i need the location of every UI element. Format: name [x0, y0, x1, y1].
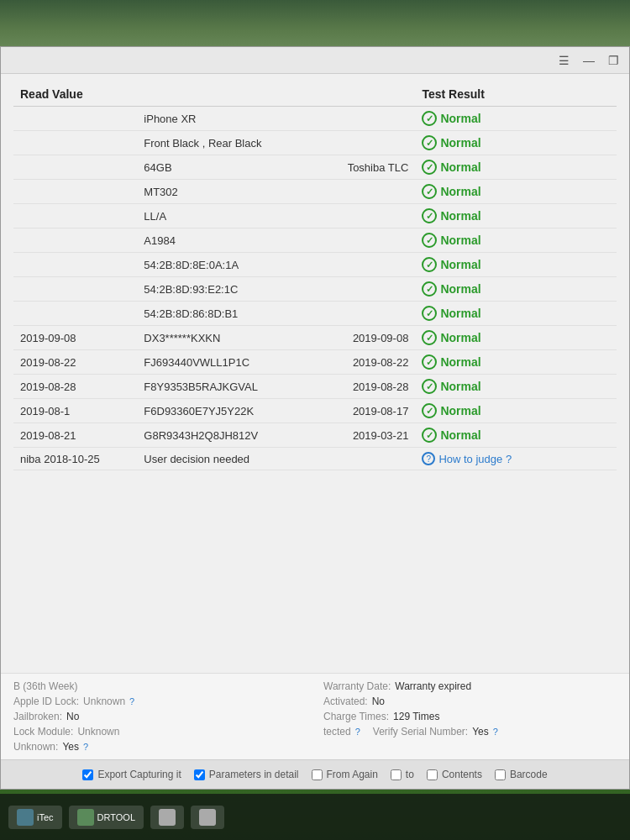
minimize-button[interactable]: — [580, 52, 598, 69]
normal-result: ✓Normal [422, 379, 610, 394]
barcode-checkbox[interactable] [495, 769, 506, 780]
week-label: B (36th Week) [13, 680, 77, 692]
normal-text: Normal [440, 112, 480, 125]
row-storage [316, 253, 415, 277]
row-date [13, 131, 137, 155]
check-icon: ✓ [422, 379, 437, 394]
yes-value: Yes [62, 741, 79, 753]
table-row: 2019-09-08DX3******KXKN2019-09-08✓Normal [13, 326, 617, 350]
protected-question-icon[interactable]: ? [355, 727, 360, 737]
itec-label: iTec [37, 812, 54, 822]
contents-checkbox[interactable] [427, 769, 438, 780]
check-icon: ✓ [422, 257, 437, 272]
check-icon: ✓ [422, 233, 437, 248]
toolbar-barcode[interactable]: Barcode [495, 769, 548, 780]
normal-text: Normal [440, 428, 480, 442]
verify-question-icon[interactable]: ? [493, 727, 498, 737]
activated-label: Activated: [323, 696, 368, 707]
to-checkbox[interactable] [391, 769, 402, 780]
toolbar-to[interactable]: to [391, 769, 414, 780]
row-date: 2019-08-1 [13, 399, 137, 423]
warranty-label: Warranty Date: [323, 680, 391, 692]
row-result: ✓Normal [415, 107, 617, 131]
row-date [13, 302, 137, 326]
apple-id-question-icon[interactable]: ? [129, 696, 134, 706]
judge-text: How to judge ? [438, 453, 512, 465]
export-checkbox[interactable] [82, 769, 93, 780]
normal-text: Normal [440, 404, 480, 417]
table-row: 54:2B:8D:86:8D:B1✓Normal [13, 302, 617, 326]
parameters-checkbox[interactable] [194, 769, 205, 780]
from-again-checkbox[interactable] [312, 769, 323, 780]
row-read-value: 54:2B:8D:86:8D:B1 [137, 302, 316, 326]
row-read-value: Front Black , Rear Black [137, 131, 316, 155]
row-result: ✓Normal [415, 302, 617, 326]
row-result: ✓Normal [415, 253, 617, 277]
taskbar-item4[interactable] [191, 806, 224, 829]
taskbar-item3[interactable] [150, 806, 184, 829]
toolbar-from-again[interactable]: From Again [312, 769, 378, 780]
check-icon: ✓ [422, 306, 437, 321]
to-label: to [406, 769, 414, 780]
row-storage [316, 131, 415, 155]
jailbroken-label: Jailbroken: [13, 711, 62, 722]
row-read-value: 64GB [137, 155, 316, 180]
normal-result: ✓Normal [422, 184, 610, 199]
row-storage [316, 228, 415, 253]
row-storage [316, 302, 415, 326]
normal-text: Normal [440, 282, 480, 296]
taskbar-itec[interactable]: iTec [8, 806, 62, 829]
normal-text: Normal [440, 331, 480, 344]
row-date: 2019-08-22 [13, 350, 137, 375]
yes-question-icon[interactable]: ? [83, 742, 88, 752]
check-icon: ✓ [422, 111, 437, 126]
row-date: 2019-08-21 [13, 423, 137, 448]
judge-result[interactable]: ?How to judge ? [422, 452, 610, 465]
check-icon: ✓ [422, 354, 437, 370]
row-storage [316, 107, 415, 131]
row-read-value: LL/A [137, 204, 316, 228]
toolbar-contents[interactable]: Contents [427, 769, 482, 780]
row-storage: Toshiba TLC [316, 155, 415, 180]
item4-icon [199, 809, 216, 826]
row-date [13, 204, 137, 228]
check-icon: ✓ [422, 184, 437, 199]
row-date [13, 180, 137, 204]
row-result: ✓Normal [415, 204, 617, 228]
normal-result: ✓Normal [422, 111, 610, 126]
normal-result: ✓Normal [422, 135, 610, 150]
check-icon: ✓ [422, 330, 437, 345]
row-result: ✓Normal [415, 180, 617, 204]
row-storage [316, 448, 415, 470]
normal-text: Normal [440, 380, 480, 393]
toolbar-export[interactable]: Export Capturing it [82, 769, 181, 780]
row-storage: 2019-08-17 [316, 399, 415, 423]
charge-times-value: 129 Times [393, 711, 439, 722]
check-icon: ✓ [422, 135, 437, 150]
check-icon: ✓ [422, 281, 437, 297]
read-value-header: Read Value [13, 82, 415, 107]
check-icon: ✓ [422, 160, 437, 175]
test-result-header: Test Result [415, 82, 617, 107]
menu-button[interactable]: ☰ [555, 52, 573, 69]
bottom-info-section: B (36th Week) Warranty Date: Warranty ex… [1, 673, 629, 759]
toolbar-parameters[interactable]: Parameters in detail [194, 769, 299, 780]
row-read-value: A1984 [137, 228, 316, 253]
row-read-value: G8R9343H2Q8JH812V [137, 423, 316, 448]
apple-id-value: Unknown [83, 696, 125, 707]
row-storage [316, 204, 415, 228]
restore-button[interactable]: ❐ [605, 52, 622, 69]
normal-text: Normal [440, 234, 480, 247]
normal-text: Normal [440, 307, 480, 320]
from-again-label: From Again [327, 769, 378, 780]
taskbar-drtool[interactable]: DRTOOL [69, 806, 144, 829]
row-read-value: FJ693440VWLL1P1C [137, 350, 316, 375]
row-read-value: User decision needed [137, 448, 316, 470]
normal-result: ✓Normal [422, 257, 610, 272]
row-date: 2019-08-28 [13, 375, 137, 399]
row-date: niba 2018-10-25 [13, 448, 137, 470]
check-icon: ✓ [422, 428, 437, 443]
question-icon: ? [422, 452, 435, 465]
item3-icon [159, 809, 176, 826]
normal-text: Normal [440, 258, 480, 271]
